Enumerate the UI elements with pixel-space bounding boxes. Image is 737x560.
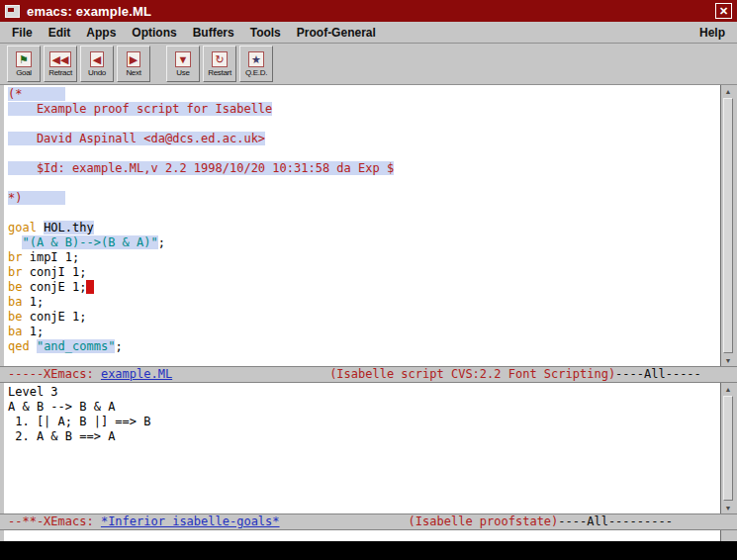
toolbar-button-retract[interactable]: ◀◀Retract — [44, 46, 77, 82]
goals-line: A & B --> B & A — [8, 400, 720, 415]
editor-line — [8, 176, 720, 191]
goals-scrollbar-thumb[interactable] — [723, 396, 733, 501]
editor-line — [8, 146, 720, 161]
scroll-down-icon[interactable]: ▼ — [721, 502, 735, 513]
goals-line: 1. [| A; B |] ==> B — [8, 415, 720, 429]
minibuffer-row — [0, 530, 737, 541]
editor-pane: (* Example proof script for Isabelle Dav… — [0, 85, 737, 366]
code-segment: HOL.thy — [44, 221, 94, 234]
modeline-goals-buffer: --**-XEmacs: *Inferior isabelle-goals* (… — [0, 513, 737, 530]
modeline-segment: --**-XEmacs: — [8, 514, 101, 528]
editor-line: David Aspinall <da@dcs.ed.ac.uk> — [8, 132, 720, 146]
toolbar-group-gap — [153, 63, 163, 64]
toolbar-button-goal[interactable]: ⚑Goal — [7, 46, 41, 82]
window-menu-icon[interactable] — [5, 5, 20, 18]
code-segment: be — [8, 280, 30, 294]
toolbar-button-restart[interactable]: ↻Restart — [203, 46, 236, 82]
next-icon: ▶ — [127, 51, 140, 67]
close-button[interactable]: ✕ — [715, 3, 732, 19]
toolbar-button-label: Undo — [88, 68, 106, 77]
code-segment: br — [8, 250, 30, 264]
scroll-down-icon[interactable]: ▼ — [721, 354, 735, 366]
menu-items: FileEditAppsOptionsBuffersToolsProof-Gen… — [4, 24, 384, 42]
editor-line: Example proof script for Isabelle — [8, 102, 720, 117]
menu-item-edit[interactable]: Edit — [41, 24, 79, 42]
menu-item-tools[interactable]: Tools — [242, 24, 289, 42]
toolbar-button-use[interactable]: ▼Use — [166, 46, 200, 82]
code-segment: impI 1; — [30, 250, 80, 264]
menu-item-buffers[interactable]: Buffers — [185, 24, 242, 42]
scrollbar-gutter — [720, 530, 735, 541]
code-segment: conjE 1; — [30, 280, 87, 294]
editor-line: ba 1; — [8, 325, 720, 339]
goals-pane: Level 3A & B --> B & A 1. [| A; B |] ==>… — [0, 383, 737, 513]
use-icon: ▼ — [175, 51, 192, 67]
proof-general-toolbar: ⚑Goal◀◀Retract◀Undo▶Next▼Use↻Restart★Q.E… — [0, 44, 737, 85]
code-segment: 1; — [30, 295, 44, 309]
code-segment: (* — [8, 87, 65, 101]
menu-item-options[interactable]: Options — [124, 24, 184, 42]
modeline-segment — [172, 367, 329, 381]
code-segment: br — [8, 265, 30, 279]
desktop-background — [0, 541, 737, 560]
code-segment — [8, 235, 22, 249]
editor-line: be conjE 1; — [8, 310, 720, 325]
titlebar: emacs: example.ML ✕ — [0, 0, 737, 22]
code-segment: *) — [8, 191, 65, 205]
code-segment: ; — [115, 339, 122, 353]
scroll-up-icon[interactable]: ▲ — [721, 85, 735, 97]
toolbar-button-next[interactable]: ▶Next — [117, 46, 150, 82]
toolbar-button-label: Restart — [208, 68, 231, 77]
modeline-script-buffer: -----XEmacs: example.ML (Isabelle script… — [0, 366, 737, 383]
toolbar-button-label: Use — [176, 68, 189, 77]
modeline-segment: example.ML — [101, 367, 172, 381]
editor-line: be conjE 1; — [8, 280, 720, 295]
modeline-segment: -----XEmacs: — [8, 367, 101, 381]
code-segment: conjI 1; — [30, 265, 87, 279]
toolbar-button-label: Next — [126, 68, 140, 77]
editor-line: goal HOL.thy — [8, 221, 720, 235]
code-segment: Example proof script for Isabelle — [8, 102, 272, 116]
code-segment: goal — [8, 221, 44, 234]
scroll-up-icon[interactable]: ▲ — [721, 383, 735, 395]
toolbar-buttons: ⚑Goal◀◀Retract◀Undo▶Next▼Use↻Restart★Q.E… — [7, 46, 273, 82]
menu-item-apps[interactable]: Apps — [78, 24, 124, 42]
goals-scrollbar[interactable]: ▲ ▼ — [720, 383, 735, 513]
modeline-segment: ----All----- — [615, 367, 701, 381]
goals-line: Level 3 — [8, 385, 720, 400]
menu-item-file[interactable]: File — [4, 24, 41, 42]
code-segment: "(A & B)-->(B & A)" — [22, 235, 157, 249]
code-segment: David Aspinall <da@dcs.ed.ac.uk> — [8, 132, 265, 145]
toolbar-button-undo[interactable]: ◀Undo — [80, 46, 114, 82]
toolbar-button-q-e-d[interactable]: ★Q.E.D. — [239, 46, 273, 82]
code-segment: ba — [8, 325, 30, 338]
toolbar-button-label: Goal — [16, 68, 32, 77]
retract-icon: ◀◀ — [49, 51, 72, 67]
menu-item-proof-general[interactable]: Proof-General — [289, 24, 384, 42]
toolbar-button-label: Q.E.D. — [245, 68, 267, 77]
editor-line: (* — [8, 87, 720, 102]
editor-line: ba 1; — [8, 295, 720, 310]
editor-scrollbar[interactable]: ▲ ▼ — [720, 85, 735, 366]
editor-scrollbar-thumb[interactable] — [723, 98, 733, 353]
modeline-segment — [280, 514, 409, 528]
code-segment: $Id: example.ML,v 2.2 1998/10/20 10:31:5… — [8, 161, 394, 175]
qed-icon: ★ — [248, 51, 264, 67]
editor-line: qed "and_comms"; — [8, 339, 720, 354]
text-cursor — [86, 280, 93, 294]
editor-buffer[interactable]: (* Example proof script for Isabelle Dav… — [4, 85, 720, 366]
undo-icon: ◀ — [90, 51, 104, 67]
menu-item-help[interactable]: Help — [691, 24, 733, 42]
editor-line: br conjI 1; — [8, 265, 720, 280]
goal-flag-icon: ⚑ — [16, 51, 32, 67]
restart-icon: ↻ — [212, 51, 227, 67]
editor-line — [8, 117, 720, 132]
minibuffer[interactable] — [4, 530, 720, 541]
window-title: emacs: example.ML — [27, 4, 151, 19]
code-segment: conjE 1; — [30, 310, 87, 324]
code-segment: ; — [158, 235, 165, 249]
goals-buffer[interactable]: Level 3A & B --> B & A 1. [| A; B |] ==>… — [4, 383, 720, 513]
code-segment: qed — [8, 339, 37, 353]
goals-line: 2. A & B ==> A — [8, 429, 720, 444]
code-segment: 1; — [30, 325, 44, 338]
